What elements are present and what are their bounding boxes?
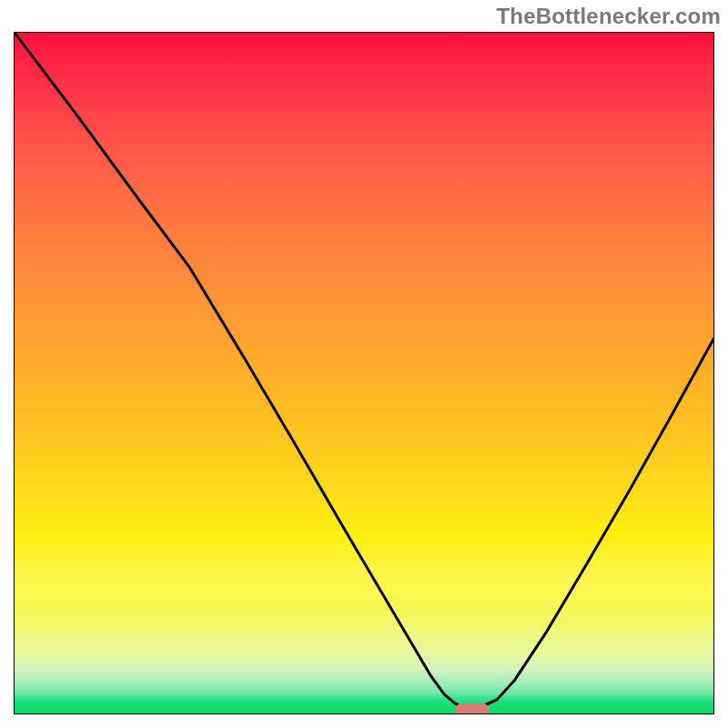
chart-frame: [14, 32, 714, 714]
chart-container: TheBottlenecker.com: [0, 0, 728, 728]
optimal-marker: [455, 703, 490, 715]
watermark-text: TheBottlenecker.com: [496, 4, 721, 29]
bottleneck-curve: [15, 33, 713, 713]
